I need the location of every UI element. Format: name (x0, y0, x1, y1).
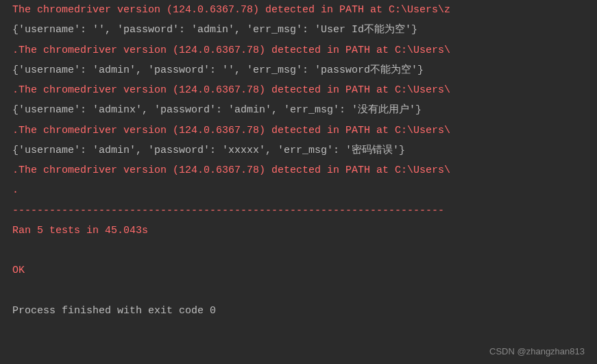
warning-line: .The chromedriver version (124.0.6367.78… (12, 160, 585, 180)
warning-line: The chromedriver version (124.0.6367.78)… (12, 0, 585, 20)
console-output: The chromedriver version (124.0.6367.78)… (12, 0, 585, 321)
test-dot: . (12, 180, 585, 200)
process-finished: Process finished with exit code 0 (12, 301, 585, 321)
test-case-dict: {'username': 'admin', 'password': '', 'e… (12, 60, 585, 80)
warning-line: .The chromedriver version (124.0.6367.78… (12, 80, 585, 100)
test-case-dict: {'username': '', 'password': 'admin', 'e… (12, 20, 585, 40)
ran-tests-summary: Ran 5 tests in 45.043s (12, 221, 585, 241)
warning-line: .The chromedriver version (124.0.6367.78… (12, 40, 585, 60)
blank-line (12, 281, 585, 301)
blank-line (12, 241, 585, 260)
test-case-dict: {'username': 'adminx', 'password': 'admi… (12, 100, 585, 120)
warning-line: .The chromedriver version (124.0.6367.78… (12, 121, 585, 141)
ok-status: OK (12, 260, 585, 280)
separator-line: ----------------------------------------… (12, 201, 585, 221)
test-case-dict: {'username': 'admin', 'password': 'xxxxx… (12, 141, 585, 160)
watermark-label: CSDN @zhangzhan813 (489, 346, 585, 357)
